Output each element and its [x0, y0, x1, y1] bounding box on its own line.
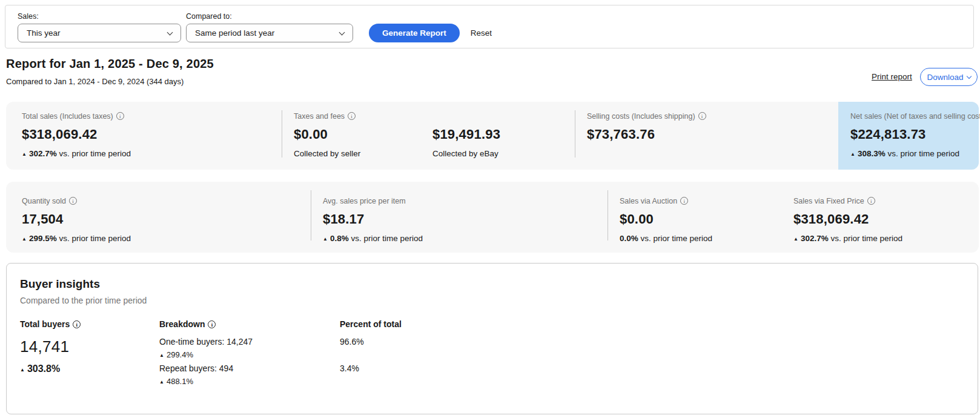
percent-cell: 96.6% 3.4%: [340, 337, 963, 391]
buyer-insights-table: Total buyers Breakdown Percent of total …: [20, 319, 963, 391]
kpi-row-sales: Total sales (Includes taxes) $318,069.42…: [6, 102, 979, 170]
chevron-down-icon: [167, 29, 173, 35]
up-arrow-icon: [22, 234, 29, 243]
breakdown-cell: One-time buyers: 14,247 299.4% Repeat bu…: [159, 337, 340, 391]
tile-avg-sales-price[interactable]: Avg. sales price per item $18.17 0.8% vs…: [311, 182, 608, 253]
metric-label: Taxes and fees: [294, 112, 345, 121]
collected-by-seller: $0.00 Collected by seller: [294, 121, 432, 158]
metric-label: Sales via Auction: [620, 197, 677, 205]
info-icon[interactable]: [348, 112, 356, 120]
up-arrow-icon: [159, 350, 167, 359]
breakdown-label: One-time buyers: 14,247: [159, 337, 340, 347]
buyer-insights-subtitle: Compared to the prior time period: [20, 296, 963, 305]
metric-label: Avg. sales price per item: [323, 197, 406, 205]
download-label: Download: [927, 73, 963, 82]
metric-value: $0.00: [620, 211, 781, 227]
compare-period-value: Same period last year: [195, 28, 274, 38]
info-icon[interactable]: [73, 320, 81, 328]
delta-percent: 308.3%: [858, 149, 886, 158]
page-subtitle: Compared to Jan 1, 2024 - Dec 9, 2024 (3…: [6, 77, 184, 86]
breakdown-delta: 299.4%: [167, 350, 193, 359]
info-icon[interactable]: [69, 197, 77, 205]
info-icon[interactable]: [698, 112, 706, 120]
delta-suffix: vs. prior time period: [887, 149, 959, 158]
delta-percent: 0.0%: [620, 234, 638, 243]
metric-value: $19,491.93: [432, 127, 571, 142]
up-arrow-icon: [22, 149, 29, 158]
metric-value: $18.17: [323, 211, 608, 227]
delta-suffix: vs. prior time period: [351, 234, 423, 243]
delta-suffix: vs. prior time period: [59, 234, 131, 243]
tile-selling-costs[interactable]: Selling costs (Includes shipping) $73,76…: [575, 102, 838, 170]
delta-percent: 0.8%: [330, 234, 349, 243]
metric-label: Total sales (Includes taxes): [22, 112, 113, 121]
collected-by-ebay-caption: Collected by eBay: [432, 149, 571, 158]
sales-filter-group: Sales: This year: [18, 12, 181, 42]
breakdown-delta: 488.1%: [167, 377, 193, 386]
percent-of-total-header: Percent of total: [340, 319, 963, 329]
metric-value: $224,813.73: [850, 127, 979, 142]
breakdown-label: Repeat buyers: 494: [159, 364, 340, 373]
tile-quantity-sold[interactable]: Quantity sold 17,504 299.5% vs. prior ti…: [6, 182, 311, 253]
breakdown-row-repeat: Repeat buyers: 494 488.1%: [159, 364, 340, 385]
delta-suffix: vs. prior time period: [830, 234, 902, 243]
page-title: Report for Jan 1, 2025 - Dec 9, 2025: [6, 57, 214, 71]
percent-value: 3.4%: [340, 364, 963, 385]
buyer-insights-title: Buyer insights: [20, 277, 963, 291]
total-buyers-header: Total buyers: [20, 319, 159, 329]
tile-sales-via-auction[interactable]: Sales via Auction $0.00 0.0% vs. prior t…: [608, 182, 781, 253]
up-arrow-icon: [20, 363, 27, 374]
reset-button[interactable]: Reset: [471, 24, 492, 42]
tile-taxes-and-fees[interactable]: Taxes and fees $0.00 Collected by seller…: [282, 102, 575, 170]
collected-by-seller-caption: Collected by seller: [294, 149, 432, 158]
metric-label: Sales via Fixed Price: [793, 197, 864, 205]
compare-period-select[interactable]: Same period last year: [186, 24, 353, 42]
info-icon[interactable]: [867, 197, 875, 205]
collected-by-ebay: $19,491.93 Collected by eBay: [432, 121, 571, 158]
compared-filter-group: Compared to: Same period last year: [186, 12, 353, 42]
tile-sales-via-fixed-price[interactable]: Sales via Fixed Price $318,069.42 302.7%…: [781, 182, 979, 253]
percent-value: 96.6%: [340, 337, 963, 358]
delta-percent: 299.5%: [29, 234, 57, 243]
metric-value: $318,069.42: [22, 127, 282, 142]
up-arrow-icon: [323, 234, 330, 243]
metric-label: Quantity sold: [22, 197, 66, 205]
buyer-insights-panel: Buyer insights Compared to the prior tim…: [6, 263, 978, 414]
sales-label: Sales:: [18, 12, 181, 21]
up-arrow-icon: [793, 234, 801, 243]
print-report-link[interactable]: Print report: [872, 72, 912, 81]
info-icon[interactable]: [680, 197, 688, 205]
filter-bar: Sales: This year Compared to: Same perio…: [5, 5, 974, 48]
compared-to-label: Compared to:: [186, 12, 353, 21]
metric-label: Selling costs (Includes shipping): [587, 112, 695, 121]
sales-period-select[interactable]: This year: [18, 24, 181, 42]
info-icon[interactable]: [208, 320, 216, 328]
metric-value: $73,763.76: [587, 127, 838, 142]
seller-report-page: Sales: This year Compared to: Same perio…: [0, 0, 980, 418]
kpi-row-quantity: Quantity sold 17,504 299.5% vs. prior ti…: [6, 182, 979, 253]
download-button[interactable]: Download: [920, 68, 978, 86]
tile-total-sales[interactable]: Total sales (Includes taxes) $318,069.42…: [6, 102, 282, 170]
metric-value: 17,504: [22, 211, 311, 227]
delta-percent: 302.7%: [29, 149, 57, 158]
breakdown-header: Breakdown: [159, 319, 340, 329]
breakdown-row-one-time: One-time buyers: 14,247 299.4%: [159, 337, 340, 358]
generate-report-button[interactable]: Generate Report: [369, 24, 460, 42]
delta-suffix: vs. prior time period: [59, 149, 131, 158]
tile-net-sales[interactable]: Net sales (Net of taxes and selling cost…: [838, 102, 979, 170]
metric-value: $0.00: [294, 127, 432, 142]
chevron-down-icon: [339, 29, 345, 35]
total-buyers-delta: 303.8%: [27, 363, 60, 374]
up-arrow-icon: [850, 149, 858, 158]
metric-value: $318,069.42: [793, 211, 979, 227]
info-icon[interactable]: [116, 112, 124, 120]
metric-label: Net sales (Net of taxes and selling cost…: [850, 112, 980, 121]
chevron-down-icon: [966, 73, 971, 78]
total-buyers-value: 14,741: [20, 337, 159, 356]
total-buyers-cell: 14,741 303.8%: [20, 337, 159, 391]
sales-period-value: This year: [27, 28, 61, 38]
delta-suffix: vs. prior time period: [641, 234, 713, 243]
delta-percent: 302.7%: [801, 234, 829, 243]
up-arrow-icon: [159, 377, 167, 386]
